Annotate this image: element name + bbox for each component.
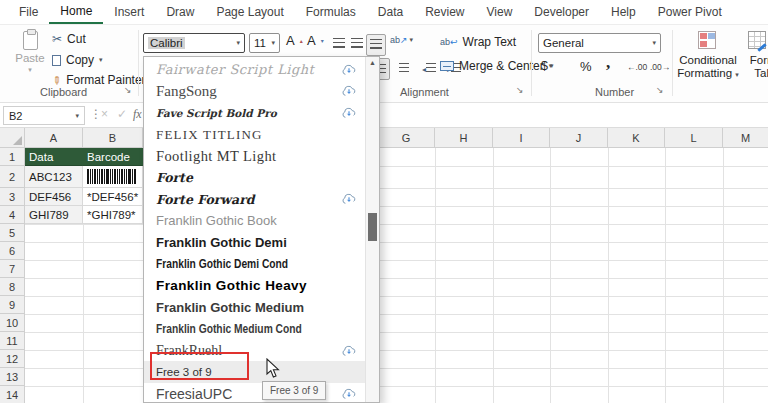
font-list-item-franklin-gothic-heavy[interactable]: Franklin Gothic Heavy (144, 275, 365, 297)
increase-decimal-button[interactable]: ←.00 (627, 62, 647, 72)
conditional-formatting-button[interactable] (698, 31, 716, 52)
top-align-button[interactable] (330, 34, 348, 54)
ribbon-tab-insert[interactable]: Insert (103, 0, 155, 24)
font-list-item-fangsong[interactable]: FangSong (144, 81, 365, 103)
middle-align-button[interactable] (348, 34, 366, 54)
column-header-A[interactable]: A (25, 128, 83, 148)
row-header-14[interactable]: 14 (0, 386, 25, 403)
center-align-button[interactable] (396, 58, 412, 78)
format-as-table-button[interactable] (748, 31, 766, 52)
font-list-item-felix-titling[interactable]: FELIX TITLING (144, 124, 365, 146)
chevron-down-icon: ▾ (99, 56, 103, 64)
font-size-value: 11 (254, 37, 266, 49)
decrease-indent-button[interactable]: ◂ (419, 58, 439, 78)
font-list-item-forte[interactable]: Forte (144, 167, 365, 189)
row-header-6[interactable]: 6 (0, 242, 25, 260)
percent-style-button[interactable]: % (580, 59, 592, 74)
increase-font-size-button[interactable]: A▴ (286, 33, 303, 48)
font-list-item-franklin-gothic-book[interactable]: Franklin Gothic Book (144, 210, 365, 232)
gridline-vertical (493, 148, 494, 403)
number-format-combo[interactable]: General ▾ (538, 33, 661, 53)
ribbon-tab-formulas[interactable]: Formulas (295, 0, 367, 24)
enter-icon[interactable]: ✓ (117, 107, 127, 121)
cut-button[interactable]: ✂ Cut (52, 32, 86, 46)
copy-button[interactable]: Copy ▾ (52, 53, 103, 67)
ribbon-tab-page-layout[interactable]: Page Layout (205, 0, 294, 24)
font-list-item-fave-script-bold-pro[interactable]: Fave Script Bold Pro (144, 102, 365, 124)
cell-A4[interactable]: GHI789 (25, 206, 83, 224)
ribbon-tab-developer[interactable]: Developer (523, 0, 600, 24)
cell-A3[interactable]: DEF456 (25, 188, 83, 206)
row-header-4[interactable]: 4 (0, 206, 25, 224)
column-header-I[interactable]: I (493, 128, 550, 148)
alignment-dialog-launcher-icon[interactable]: ↘ (516, 85, 524, 95)
ribbon-tab-review[interactable]: Review (414, 0, 475, 24)
scrollbar-thumb[interactable] (368, 213, 377, 241)
row-header-13[interactable]: 13 (0, 368, 25, 386)
number-dialog-launcher-icon[interactable]: ↘ (656, 85, 664, 95)
row-header-7[interactable]: 7 (0, 260, 25, 278)
ribbon-tab-power-pivot[interactable]: Power Pivot (647, 0, 733, 24)
font-list-item-fairwater-script-light[interactable]: Fairwater Script Light (144, 59, 365, 81)
font-list-item-footlight-mt-light[interactable]: Footlight MT Light (144, 145, 365, 167)
orientation-button[interactable]: ab↗ ▾ (390, 35, 413, 45)
wrap-text-button[interactable]: ab↩ Wrap Text (440, 35, 516, 49)
decrease-decimal-button[interactable]: .00→ (650, 62, 670, 72)
column-header-M[interactable]: M (723, 128, 768, 148)
row-header-11[interactable]: 11 (0, 332, 25, 350)
row-header-3[interactable]: 3 (0, 188, 25, 206)
font-name-text: Forte (156, 170, 193, 185)
gridline-horizontal (25, 386, 768, 387)
scrollbar[interactable]: ▲ (365, 57, 379, 402)
gridline-vertical (608, 148, 609, 403)
font-list-item-franklin-gothic-demi[interactable]: Franklin Gothic Demi (144, 232, 365, 254)
format-as-table-label[interactable]: Format Table (733, 54, 768, 80)
row-header-5[interactable]: 5 (0, 224, 25, 242)
clipboard-dialog-launcher-icon[interactable]: ↘ (124, 85, 132, 95)
column-header-G[interactable]: G (378, 128, 435, 148)
ribbon-tab-help[interactable]: Help (600, 0, 647, 24)
font-size-combo[interactable]: 11 ▾ (249, 33, 280, 53)
row-header-9[interactable]: 9 (0, 296, 25, 314)
ribbon-tab-draw[interactable]: Draw (155, 0, 205, 24)
font-list-item-franklin-gothic-medium[interactable]: Franklin Gothic Medium (144, 297, 365, 319)
column-header-H[interactable]: H (435, 128, 493, 148)
row-header-2[interactable]: 2 (0, 166, 25, 188)
ribbon-tab-file[interactable]: File (8, 0, 49, 24)
select-all-button[interactable] (0, 128, 25, 148)
bottom-align-button[interactable] (366, 34, 386, 56)
cell-B1[interactable]: Barcode (83, 148, 143, 166)
accounting-format-button[interactable]: $ ▾ (541, 59, 553, 73)
row-header-12[interactable]: 12 (0, 350, 25, 368)
cell-A2[interactable]: ABC123 (25, 166, 83, 188)
insert-function-icon[interactable]: fx (133, 107, 142, 122)
column-header-B[interactable]: B (83, 128, 143, 148)
scroll-up-icon[interactable]: ▲ (366, 59, 379, 66)
ribbon-tab-data[interactable]: Data (367, 0, 414, 24)
font-list-item-franklin-gothic-medium-cond[interactable]: Franklin Gothic Medium Cond (144, 318, 365, 340)
ribbon-tab-home[interactable]: Home (49, 0, 103, 24)
cell-B3[interactable]: *DEF456* (83, 188, 143, 206)
font-list-item-franklin-gothic-demi-cond[interactable]: Franklin Gothic Demi Cond (144, 253, 365, 275)
font-name-combo[interactable]: Calibri ▾ (143, 33, 245, 53)
ribbon-tab-view[interactable]: View (476, 0, 524, 24)
decrease-font-size-button[interactable]: A▾ (307, 33, 324, 48)
column-header-L[interactable]: L (665, 128, 723, 148)
cell-A1[interactable]: Data (25, 148, 83, 166)
row-header-10[interactable]: 10 (0, 314, 25, 332)
column-header-J[interactable]: J (550, 128, 608, 148)
dollar-icon: $ (541, 59, 548, 73)
font-list-item-forte-forward[interactable]: Forte Forward (144, 189, 365, 211)
row-header-8[interactable]: 8 (0, 278, 25, 296)
cell-B2-barcode[interactable] (83, 166, 143, 188)
paste-button[interactable]: Paste ▾ (10, 31, 50, 89)
row-header-1[interactable]: 1 (0, 148, 25, 166)
merge-center-button[interactable]: Merge & Center ▾ (440, 59, 552, 73)
name-box[interactable]: B2 ▾ (3, 106, 85, 125)
cell-B4[interactable]: *GHI789* (83, 206, 143, 224)
comma-style-button[interactable]: , (606, 53, 610, 73)
column-header-K[interactable]: K (608, 128, 665, 148)
gridline-horizontal (25, 296, 768, 297)
font-list-item-freesiaupc[interactable]: FreesiaUPC (144, 383, 365, 402)
cancel-icon[interactable]: × (101, 107, 108, 121)
